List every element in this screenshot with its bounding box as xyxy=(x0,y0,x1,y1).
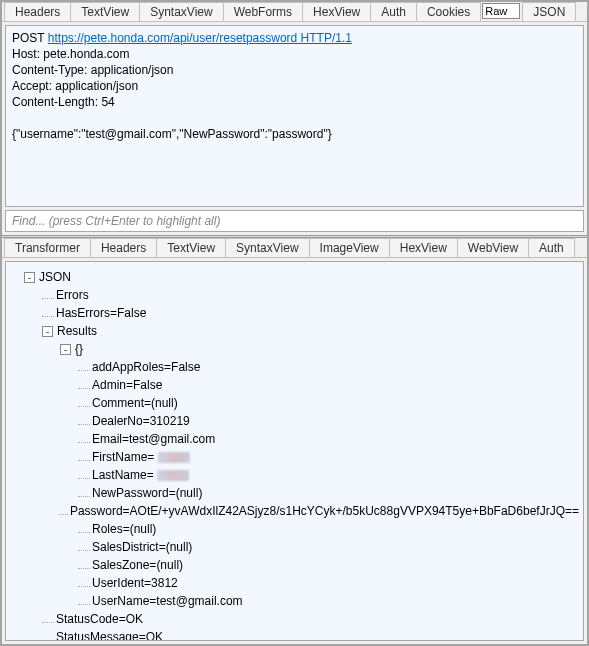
tab-resp-auth[interactable]: Auth xyxy=(528,238,575,257)
node-salesdistrict[interactable]: SalesDistrict=(null) xyxy=(92,538,192,556)
redacted-lastname xyxy=(157,470,189,481)
node-addapproles[interactable]: addAppRoles=False xyxy=(92,358,200,376)
node-json[interactable]: JSON xyxy=(39,268,71,286)
node-statusmessage[interactable]: StatusMessage=OK xyxy=(56,628,163,641)
header-content-length: Content-Length: 54 xyxy=(12,94,577,110)
node-password[interactable]: Password=AOtE/+yvAWdxIlZ42ASjyz8/s1HcYCy… xyxy=(70,502,579,520)
toggle-object[interactable]: - xyxy=(60,344,71,355)
request-raw-pane[interactable]: POST https://pete.honda.com/api/user/res… xyxy=(5,25,584,207)
tab-auth[interactable]: Auth xyxy=(370,2,417,21)
tab-webview[interactable]: WebView xyxy=(457,238,529,257)
node-comment[interactable]: Comment=(null) xyxy=(92,394,178,412)
node-firstname[interactable]: FirstName= xyxy=(92,448,190,466)
tab-headers[interactable]: Headers xyxy=(4,2,71,21)
tab-resp-headers[interactable]: Headers xyxy=(90,238,157,257)
tab-textview[interactable]: TextView xyxy=(70,2,140,21)
response-tabstrip: Transformer Headers TextView SyntaxView … xyxy=(2,238,587,258)
toggle-results[interactable]: - xyxy=(42,326,53,337)
find-placeholder: Find... (press Ctrl+Enter to highlight a… xyxy=(12,214,220,228)
node-results[interactable]: Results xyxy=(57,322,97,340)
http-method: POST xyxy=(12,31,44,45)
node-userident[interactable]: UserIdent=3812 xyxy=(92,574,178,592)
tab-imageview[interactable]: ImageView xyxy=(309,238,390,257)
node-errors[interactable]: Errors xyxy=(56,286,89,304)
tab-webforms[interactable]: WebForms xyxy=(223,2,303,21)
tab-resp-textview[interactable]: TextView xyxy=(156,238,226,257)
node-admin[interactable]: Admin=False xyxy=(92,376,162,394)
tab-resp-syntaxview[interactable]: SyntaxView xyxy=(225,238,309,257)
request-tabstrip: Headers TextView SyntaxView WebForms Hex… xyxy=(2,2,587,22)
node-roles[interactable]: Roles=(null) xyxy=(92,520,156,538)
node-saleszone[interactable]: SalesZone=(null) xyxy=(92,556,183,574)
header-accept: Accept: application/json xyxy=(12,78,577,94)
node-username[interactable]: UserName=test@gmail.com xyxy=(92,592,243,610)
node-statuscode[interactable]: StatusCode=OK xyxy=(56,610,143,628)
request-url-link[interactable]: https://pete.honda.com/api/user/resetpas… xyxy=(48,31,352,45)
node-object[interactable]: {} xyxy=(75,340,83,358)
find-input[interactable]: Find... (press Ctrl+Enter to highlight a… xyxy=(5,210,584,232)
tab-json[interactable]: JSON xyxy=(522,2,576,21)
header-content-type: Content-Type: application/json xyxy=(12,62,577,78)
tab-cookies[interactable]: Cookies xyxy=(416,2,481,21)
tab-resp-hexview[interactable]: HexView xyxy=(389,238,458,257)
tab-transformer[interactable]: Transformer xyxy=(4,238,91,257)
node-dealerno[interactable]: DealerNo=310219 xyxy=(92,412,190,430)
toggle-json-root[interactable]: - xyxy=(24,272,35,283)
node-email[interactable]: Email=test@gmail.com xyxy=(92,430,215,448)
request-line: POST https://pete.honda.com/api/user/res… xyxy=(12,30,577,46)
redacted-firstname xyxy=(158,452,190,463)
response-json-tree[interactable]: - JSON Errors HasErrors=False - Results … xyxy=(5,261,584,641)
node-haserrors[interactable]: HasErrors=False xyxy=(56,304,146,322)
request-body: {"username":"test@gmail.com","NewPasswor… xyxy=(12,126,577,142)
tab-syntaxview[interactable]: SyntaxView xyxy=(139,2,223,21)
raw-input[interactable]: Raw xyxy=(482,3,520,19)
node-newpassword[interactable]: NewPassword=(null) xyxy=(92,484,202,502)
header-host: Host: pete.honda.com xyxy=(12,46,577,62)
fiddler-inspector-root: Headers TextView SyntaxView WebForms Hex… xyxy=(0,0,589,646)
tab-hexview[interactable]: HexView xyxy=(302,2,371,21)
node-lastname[interactable]: LastName= xyxy=(92,466,189,484)
